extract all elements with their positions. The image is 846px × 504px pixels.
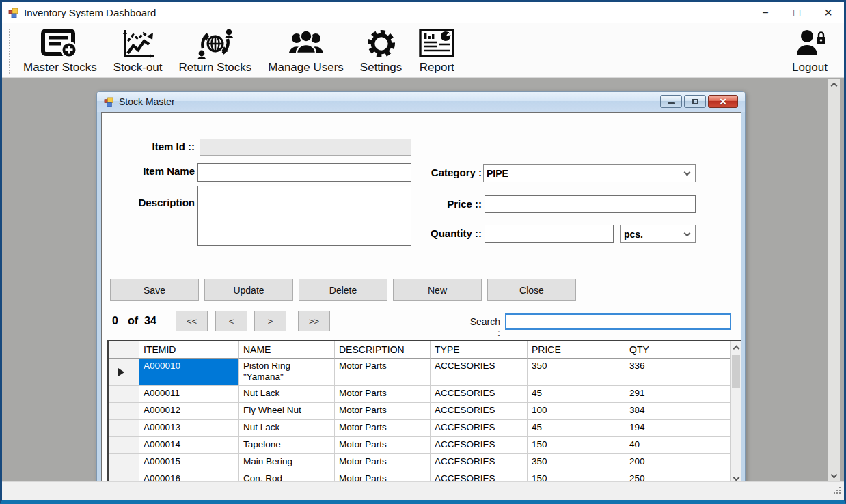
new-button[interactable]: New (393, 279, 482, 301)
grid-cell[interactable]: A000013 (139, 420, 239, 437)
row-selector[interactable] (109, 437, 139, 454)
grid-cell[interactable]: Motor Parts (335, 386, 431, 403)
column-header[interactable]: PRICE (528, 341, 625, 359)
grid-cell[interactable]: 40 (625, 437, 730, 454)
toolbar-item-stock-out[interactable]: Stock-out (105, 26, 171, 75)
grid-cell[interactable]: 384 (625, 403, 730, 420)
child-close-button[interactable]: ✕ (708, 95, 738, 108)
save-button[interactable]: Save (110, 279, 199, 301)
grid-cell[interactable]: Motor Parts (335, 437, 431, 454)
row-selector[interactable] (109, 454, 139, 471)
grid-cell[interactable]: 336 (625, 359, 730, 386)
scrollbar-thumb[interactable] (732, 355, 740, 388)
grid-cell[interactable]: ACCESORIES (431, 471, 528, 481)
grid-cell[interactable]: 291 (625, 386, 730, 403)
grid-scrollbar[interactable] (730, 341, 741, 481)
grid-cell[interactable]: Motor Parts (335, 420, 431, 437)
row-selector[interactable] (109, 386, 139, 403)
next-record-button[interactable]: > (254, 311, 286, 331)
grid-cell[interactable]: 350 (528, 454, 625, 471)
row-selector[interactable] (109, 403, 139, 420)
price-field[interactable] (485, 195, 696, 213)
scroll-down-icon[interactable] (731, 473, 741, 481)
scroll-up-icon[interactable] (731, 341, 741, 353)
grid-cell[interactable]: Motor Parts (335, 471, 431, 481)
grid-cell[interactable]: ACCESORIES (431, 403, 528, 420)
grid-cell[interactable]: Motor Parts (335, 359, 431, 386)
grid-cell[interactable]: Fly Wheel Nut (239, 403, 335, 420)
column-header[interactable]: ITEMID (139, 341, 239, 359)
child-minimize-button[interactable] (660, 95, 682, 108)
unit-combo[interactable]: pcs. (620, 225, 696, 243)
grid-cell[interactable]: Nut Lack (239, 386, 335, 403)
grid-cell[interactable]: ACCESORIES (431, 454, 528, 471)
grid-cell[interactable]: Main Bering (239, 454, 335, 471)
row-selector[interactable] (109, 359, 139, 386)
grid-cell[interactable]: Piston Ring "Yamana" (239, 359, 335, 386)
column-header[interactable]: TYPE (431, 341, 528, 359)
close-form-button[interactable]: Close (487, 279, 576, 301)
update-button[interactable]: Update (204, 279, 293, 301)
grid-cell[interactable]: Tapelone (239, 437, 335, 454)
row-selector[interactable] (109, 420, 139, 437)
grid-cell[interactable]: 45 (528, 386, 625, 403)
category-combo[interactable]: PIPE (483, 164, 696, 182)
toolbar-item-settings[interactable]: Settings (352, 26, 410, 75)
grid-cell[interactable]: A000014 (139, 437, 239, 454)
close-button[interactable]: × (813, 2, 844, 23)
grid-corner[interactable] (109, 341, 139, 359)
grid-cell[interactable]: A000015 (139, 454, 239, 471)
last-record-button[interactable]: >> (298, 311, 330, 331)
search-input[interactable] (505, 313, 731, 330)
column-header[interactable]: NAME (239, 341, 335, 359)
stock-master-titlebar[interactable]: Stock Master ✕ (97, 92, 745, 112)
delete-button[interactable]: Delete (299, 279, 387, 301)
column-header[interactable]: QTY (625, 341, 730, 359)
child-restore-button[interactable] (684, 95, 706, 108)
description-field[interactable] (197, 186, 411, 246)
grid-cell[interactable]: ACCESORIES (431, 359, 528, 386)
table-row[interactable]: A000011Nut LackMotor PartsACCESORIES4529… (109, 386, 730, 403)
toolbar-item-return-stocks[interactable]: Return Stocks (171, 26, 260, 75)
grid-cell[interactable]: A000011 (139, 386, 239, 403)
scroll-up-icon[interactable] (828, 79, 840, 90)
grid-cell[interactable]: ACCESORIES (431, 386, 528, 403)
mdi-scrollbar[interactable] (828, 79, 840, 481)
grid-cell[interactable]: 45 (528, 420, 625, 437)
grid-cell[interactable]: Con. Rod (239, 471, 335, 481)
first-record-button[interactable]: << (176, 311, 208, 331)
toolbar-item-master-stocks[interactable]: Master Stocks (15, 26, 105, 75)
grid-cell[interactable]: 194 (625, 420, 730, 437)
toolbar-grip[interactable] (9, 29, 11, 74)
maximize-button[interactable]: □ (781, 2, 813, 23)
grid-cell[interactable]: 200 (625, 454, 730, 471)
row-selector[interactable] (109, 471, 139, 481)
grid-cell[interactable]: Nut Lack (239, 420, 335, 437)
grid-cell[interactable]: Motor Parts (335, 454, 431, 471)
toolbar-item-logout[interactable]: Logout (784, 26, 840, 75)
grid-cell[interactable]: 250 (625, 471, 730, 481)
table-row[interactable]: A000016Con. RodMotor PartsACCESORIES1502… (109, 471, 730, 481)
item-id-field[interactable] (200, 139, 411, 156)
resize-grip[interactable] (832, 486, 842, 498)
grid-cell[interactable]: 150 (528, 437, 625, 454)
toolbar-item-manage-users[interactable]: Manage Users (260, 26, 352, 75)
grid-cell[interactable]: A000016 (139, 471, 239, 481)
grid-cell[interactable]: 100 (528, 403, 625, 420)
table-row[interactable]: A000012Fly Wheel NutMotor PartsACCESORIE… (109, 403, 730, 420)
table-row[interactable]: A000010Piston Ring "Yamana"Motor PartsAC… (109, 359, 730, 386)
minimize-button[interactable]: − (750, 2, 781, 23)
table-row[interactable]: A000013Nut LackMotor PartsACCESORIES4519… (109, 420, 730, 437)
column-header[interactable]: DESCRIPTION (335, 341, 431, 359)
main-titlebar[interactable]: Inventory System Dashboard − □ × (2, 2, 844, 23)
grid-cell[interactable]: 350 (528, 359, 625, 386)
grid-cell[interactable]: ACCESORIES (431, 437, 528, 454)
scroll-down-icon[interactable] (828, 470, 840, 481)
grid-cell[interactable]: A000012 (139, 403, 239, 420)
table-row[interactable]: A000014TapeloneMotor PartsACCESORIES1504… (109, 437, 730, 454)
table-row[interactable]: A000015Main BeringMotor PartsACCESORIES3… (109, 454, 730, 471)
grid-cell[interactable]: 150 (528, 471, 625, 481)
grid-cell[interactable]: A000010 (139, 359, 239, 386)
toolbar-item-report[interactable]: Report (410, 26, 463, 75)
grid-cell[interactable]: ACCESORIES (431, 420, 528, 437)
